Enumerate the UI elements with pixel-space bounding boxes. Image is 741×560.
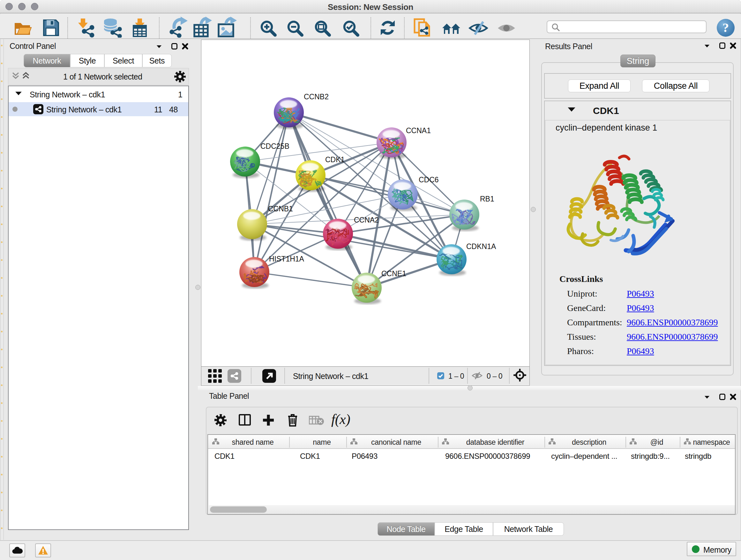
svg-text:CCNE1: CCNE1 (381, 269, 406, 278)
svg-text:HIST1H1A: HIST1H1A (269, 255, 305, 263)
svg-text:CDC6: CDC6 (419, 176, 439, 184)
svg-text:CCNB2: CCNB2 (304, 92, 329, 101)
svg-text:CCNA2: CCNA2 (354, 216, 379, 224)
svg-text:CCNB1: CCNB1 (268, 205, 293, 213)
svg-text:CCNA1: CCNA1 (406, 126, 431, 135)
svg-text:CDC25B: CDC25B (260, 142, 289, 150)
svg-text:CDK1: CDK1 (325, 155, 345, 164)
svg-text:CDKN1A: CDKN1A (466, 242, 496, 251)
svg-text:RB1: RB1 (480, 195, 494, 203)
